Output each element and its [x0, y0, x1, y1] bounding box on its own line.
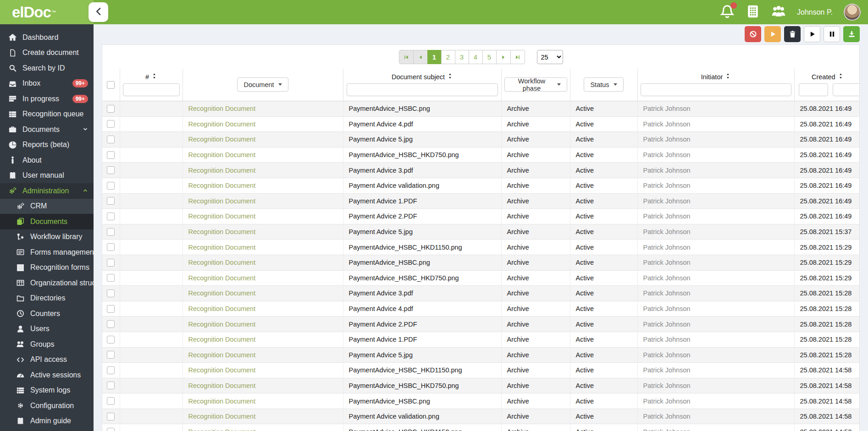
sidebar-item-search-by-id[interactable]: Search by ID: [0, 60, 94, 76]
phase-filter-dropdown[interactable]: Workflow phase: [504, 77, 567, 92]
document-link[interactable]: Recognition Document: [188, 336, 256, 343]
document-link[interactable]: Recognition Document: [188, 398, 256, 405]
row-checkbox[interactable]: [107, 151, 115, 159]
row-checkbox[interactable]: [107, 413, 115, 420]
sidebar-item-groups[interactable]: Groups: [0, 337, 94, 352]
sidebar-item-documents[interactable]: Documents: [0, 122, 94, 137]
logo[interactable]: elDoc ™: [0, 0, 94, 24]
page-next-button[interactable]: [496, 50, 511, 64]
row-checkbox[interactable]: [107, 105, 115, 113]
page-1-button[interactable]: 1: [427, 50, 442, 64]
document-link[interactable]: Recognition Document: [188, 136, 256, 143]
document-link[interactable]: Recognition Document: [188, 151, 256, 158]
row-checkbox[interactable]: [107, 259, 115, 267]
filter-number-input[interactable]: [123, 83, 180, 96]
select-all-checkbox[interactable]: [107, 81, 115, 89]
document-link[interactable]: Recognition Document: [188, 321, 256, 328]
document-link[interactable]: Recognition Document: [188, 274, 256, 282]
sort-number[interactable]: #: [123, 73, 180, 81]
delete-button[interactable]: [784, 26, 801, 42]
document-link[interactable]: Recognition Document: [188, 351, 256, 359]
page-5-button[interactable]: 5: [482, 50, 497, 64]
page-3-button[interactable]: 3: [455, 50, 469, 64]
avatar[interactable]: [844, 4, 861, 21]
sidebar-item-administration[interactable]: Administration: [0, 183, 94, 199]
sidebar-item-workflow-library[interactable]: Workflow library: [0, 229, 94, 245]
document-link[interactable]: Recognition Document: [188, 228, 256, 235]
cancel-button[interactable]: [745, 26, 761, 42]
document-link[interactable]: Recognition Document: [188, 167, 256, 174]
document-link[interactable]: Recognition Document: [188, 366, 256, 374]
sidebar-item-documents[interactable]: Documents: [0, 214, 94, 229]
download-button[interactable]: [843, 26, 860, 42]
document-link[interactable]: Recognition Document: [188, 382, 256, 389]
sidebar-item-users[interactable]: Users: [0, 322, 94, 337]
sidebar-item-configuration[interactable]: Configuration: [0, 398, 94, 414]
sidebar-item-system-logs[interactable]: System logs: [0, 383, 94, 398]
start-button[interactable]: [804, 26, 820, 42]
filter-created-to-input[interactable]: [833, 83, 859, 96]
document-link[interactable]: Recognition Document: [188, 105, 256, 112]
row-checkbox[interactable]: [107, 397, 115, 405]
row-checkbox[interactable]: [107, 197, 115, 205]
sort-created[interactable]: Created: [797, 73, 858, 81]
filter-subject-input[interactable]: [347, 83, 498, 96]
document-link[interactable]: Recognition Document: [188, 120, 256, 128]
row-checkbox[interactable]: [107, 228, 115, 236]
sidebar-item-in-progress[interactable]: In progress99+: [0, 91, 94, 107]
document-link[interactable]: Recognition Document: [188, 305, 256, 312]
sidebar-item-inbox[interactable]: Inbox99+: [0, 76, 94, 92]
document-link[interactable]: Recognition Document: [188, 413, 256, 420]
pause-button[interactable]: [824, 26, 840, 42]
row-checkbox[interactable]: [107, 274, 115, 282]
organization-button[interactable]: [746, 4, 760, 20]
row-checkbox[interactable]: [107, 305, 115, 313]
page-2-button[interactable]: 2: [441, 50, 455, 64]
filter-initiator-input[interactable]: [641, 83, 791, 96]
sidebar-item-about[interactable]: About: [0, 153, 94, 168]
row-checkbox[interactable]: [107, 120, 115, 128]
document-link[interactable]: Recognition Document: [188, 213, 256, 220]
sidebar-item-organizational-structure[interactable]: Organizational structure: [0, 275, 94, 291]
document-link[interactable]: Recognition Document: [188, 428, 256, 431]
run-button[interactable]: [764, 26, 781, 42]
document-link[interactable]: Recognition Document: [188, 259, 256, 266]
sort-subject[interactable]: Document subject: [346, 73, 498, 81]
sidebar-item-recognition-queue[interactable]: Recognition queue: [0, 107, 94, 122]
status-filter-dropdown[interactable]: Status: [584, 77, 623, 92]
sidebar-item-counters[interactable]: Counters: [0, 306, 94, 322]
row-checkbox[interactable]: [107, 182, 115, 190]
row-checkbox[interactable]: [107, 320, 115, 328]
page-4-button[interactable]: 4: [469, 50, 483, 64]
document-link[interactable]: Recognition Document: [188, 182, 256, 189]
user-groups-button[interactable]: [771, 4, 786, 20]
sidebar-item-forms-management[interactable]: Forms management: [0, 245, 94, 260]
row-checkbox[interactable]: [107, 336, 115, 344]
row-checkbox[interactable]: [107, 382, 115, 389]
row-checkbox[interactable]: [107, 351, 115, 359]
page-prev-button[interactable]: [413, 50, 428, 64]
notifications-button[interactable]: [720, 4, 735, 20]
sidebar-item-create-document[interactable]: Create document: [0, 45, 94, 61]
document-link[interactable]: Recognition Document: [188, 289, 256, 297]
page-size-select[interactable]: 25: [537, 50, 563, 64]
sidebar-item-reports-beta[interactable]: Reports (beta): [0, 137, 94, 153]
row-checkbox[interactable]: [107, 166, 115, 174]
sidebar-item-directories[interactable]: Directories: [0, 291, 94, 306]
row-checkbox[interactable]: [107, 428, 115, 431]
sort-initiator[interactable]: Initiator: [641, 73, 791, 81]
document-filter-dropdown[interactable]: Document: [237, 77, 288, 92]
page-last-button[interactable]: [510, 50, 525, 64]
document-link[interactable]: Recognition Document: [188, 197, 256, 205]
row-checkbox[interactable]: [107, 243, 115, 251]
sidebar-item-user-manual[interactable]: User manual: [0, 168, 94, 184]
document-link[interactable]: Recognition Document: [188, 244, 256, 251]
row-checkbox[interactable]: [107, 136, 115, 143]
sidebar-collapse-button[interactable]: [88, 2, 108, 22]
sidebar-item-active-sessions[interactable]: Active sessions: [0, 367, 94, 383]
sidebar-item-crm[interactable]: CRM: [0, 199, 94, 214]
row-checkbox[interactable]: [107, 289, 115, 297]
row-checkbox[interactable]: [107, 366, 115, 374]
sidebar-item-api-access[interactable]: API access: [0, 352, 94, 368]
sidebar-item-recognition-forms[interactable]: Recognition forms: [0, 260, 94, 276]
